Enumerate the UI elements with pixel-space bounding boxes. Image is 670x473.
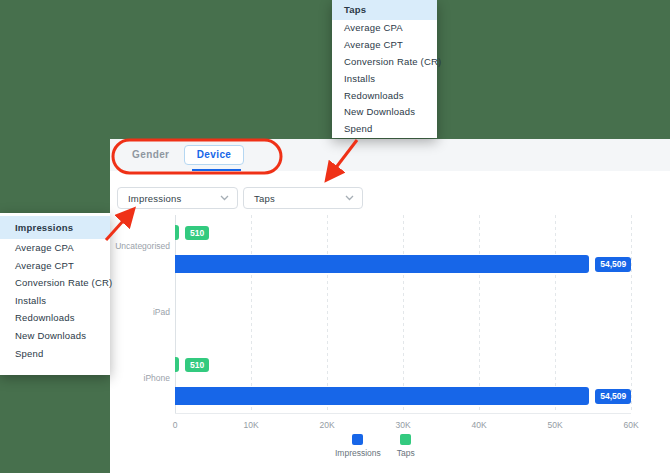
- x-tick-40k: 40K: [459, 420, 499, 430]
- chevron-down-icon: [220, 195, 229, 201]
- bar-impressions-iphone: [175, 387, 589, 405]
- bar-impressions-uncategorised: [175, 255, 589, 273]
- metric-option-average-cpa[interactable]: Average CPA: [332, 20, 437, 37]
- x-tick-60k: 60K: [611, 420, 651, 430]
- x-tick-20k: 20K: [307, 420, 347, 430]
- tab-device[interactable]: Device: [184, 145, 244, 165]
- impressions-option-installs[interactable]: Installs: [0, 292, 110, 310]
- x-tick-50k: 50K: [535, 420, 575, 430]
- bar-value-badge-impressions-iphone: 54,509: [595, 389, 631, 404]
- x-tick-30k: 30K: [383, 420, 423, 430]
- metric-option-taps[interactable]: Taps: [332, 0, 437, 20]
- impressions-option-new-downloads[interactable]: New Downloads: [0, 327, 110, 345]
- metric-option-installs[interactable]: Installs: [332, 71, 437, 88]
- impressions-option-redownloads[interactable]: Redownloads: [0, 309, 110, 327]
- report-panel: Gender Device Impressions Taps 51054,509…: [110, 139, 670, 473]
- gridline-30k: [403, 215, 404, 413]
- legend-label-taps: Taps: [397, 448, 415, 458]
- category-label-uncategorised: Uncategorised: [115, 241, 170, 252]
- legend-item-impressions: Impressions: [335, 434, 381, 458]
- gridline-60k: [631, 215, 632, 413]
- secondary-metric-select[interactable]: Taps: [243, 187, 363, 209]
- bar-value-badge-taps-iphone: 510: [185, 358, 209, 372]
- bar-value-badge-taps-uncategorised: 510: [185, 226, 209, 240]
- x-tick-0: 0: [155, 420, 195, 430]
- legend-item-taps: Taps: [397, 434, 415, 458]
- impressions-option-spend[interactable]: Spend: [0, 345, 110, 363]
- impressions-option-conversion-rate-cr[interactable]: Conversion Rate (CR): [0, 274, 110, 292]
- gridline-10k: [251, 215, 252, 413]
- plot-area: 51054,50951054,509: [175, 215, 631, 414]
- metric-option-spend[interactable]: Spend: [332, 121, 437, 138]
- primary-metric-value: Impressions: [128, 193, 181, 204]
- metric-option-conversion-rate-cr[interactable]: Conversion Rate (CR): [332, 54, 437, 71]
- bar-taps-iphone: [175, 357, 179, 372]
- tab-gender[interactable]: Gender: [132, 139, 169, 171]
- impressions-option-impressions[interactable]: Impressions: [0, 216, 110, 239]
- active-tab-underline: [192, 169, 241, 171]
- chevron-down-icon: [345, 195, 354, 201]
- bar-taps-uncategorised: [175, 225, 179, 240]
- secondary-metric-value: Taps: [254, 193, 275, 204]
- legend-swatch-impressions: [352, 434, 363, 445]
- gridline-40k: [479, 215, 480, 413]
- primary-metric-select[interactable]: Impressions: [117, 187, 238, 209]
- tabs-bar: Gender Device: [110, 139, 670, 171]
- metric-option-average-cpt[interactable]: Average CPT: [332, 37, 437, 54]
- chart-legend: ImpressionsTaps: [335, 434, 415, 458]
- gridline-0: [175, 215, 176, 413]
- category-label-iphone: iPhone: [144, 373, 170, 384]
- impressions-option-average-cpa[interactable]: Average CPA: [0, 239, 110, 257]
- category-label-ipad: iPad: [153, 307, 170, 318]
- metric-option-new-downloads[interactable]: New Downloads: [332, 104, 437, 121]
- legend-swatch-taps: [400, 434, 411, 445]
- metric-option-redownloads[interactable]: Redownloads: [332, 88, 437, 105]
- impressions-option-average-cpt[interactable]: Average CPT: [0, 257, 110, 275]
- metric-dropdown-menu: TapsAverage CPAAverage CPTConversion Rat…: [332, 0, 437, 138]
- gridline-50k: [555, 215, 556, 413]
- impressions-dropdown-menu: ImpressionsAverage CPAAverage CPTConvers…: [0, 213, 110, 375]
- x-tick-10k: 10K: [231, 420, 271, 430]
- bar-value-badge-impressions-uncategorised: 54,509: [595, 257, 631, 272]
- bar-chart: 51054,50951054,509 ImpressionsTaps 010K2…: [112, 215, 668, 467]
- gridline-20k: [327, 215, 328, 413]
- legend-label-impressions: Impressions: [335, 448, 381, 458]
